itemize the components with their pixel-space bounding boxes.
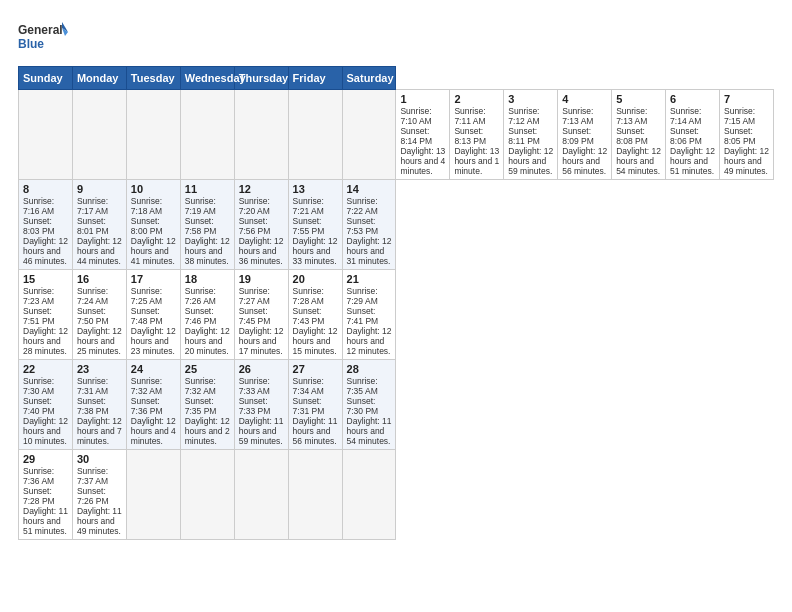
- sunset: Sunset: 7:36 PM: [131, 396, 163, 416]
- calendar-cell: 8 Sunrise: 7:16 AM Sunset: 8:03 PM Dayli…: [19, 180, 73, 270]
- sunset: Sunset: 8:09 PM: [562, 126, 594, 146]
- sunset: Sunset: 8:13 PM: [454, 126, 486, 146]
- calendar-week-row: 8 Sunrise: 7:16 AM Sunset: 8:03 PM Dayli…: [19, 180, 774, 270]
- sunrise: Sunrise: 7:12 AM: [508, 106, 539, 126]
- daylight: Daylight: 11 hours and 59 minutes.: [239, 416, 284, 446]
- daylight: Daylight: 12 hours and 23 minutes.: [131, 326, 176, 356]
- daylight: Daylight: 11 hours and 56 minutes.: [293, 416, 338, 446]
- sunset: Sunset: 7:35 PM: [185, 396, 217, 416]
- sunset: Sunset: 7:43 PM: [293, 306, 325, 326]
- daylight: Daylight: 12 hours and 7 minutes.: [77, 416, 122, 446]
- sunset: Sunset: 7:46 PM: [185, 306, 217, 326]
- calendar-cell: 19 Sunrise: 7:27 AM Sunset: 7:45 PM Dayl…: [234, 270, 288, 360]
- calendar-cell: 23 Sunrise: 7:31 AM Sunset: 7:38 PM Dayl…: [72, 360, 126, 450]
- sunrise: Sunrise: 7:18 AM: [131, 196, 162, 216]
- weekday-header: Saturday: [342, 67, 396, 90]
- weekday-header: Sunday: [19, 67, 73, 90]
- calendar-cell: [19, 90, 73, 180]
- sunset: Sunset: 7:40 PM: [23, 396, 55, 416]
- sunrise: Sunrise: 7:13 AM: [616, 106, 647, 126]
- calendar-cell: 29 Sunrise: 7:36 AM Sunset: 7:28 PM Dayl…: [19, 450, 73, 540]
- daylight: Daylight: 12 hours and 31 minutes.: [347, 236, 392, 266]
- calendar-cell: 11 Sunrise: 7:19 AM Sunset: 7:58 PM Dayl…: [180, 180, 234, 270]
- calendar-cell: 4 Sunrise: 7:13 AM Sunset: 8:09 PM Dayli…: [558, 90, 612, 180]
- sunrise: Sunrise: 7:37 AM: [77, 466, 108, 486]
- sunrise: Sunrise: 7:15 AM: [724, 106, 755, 126]
- calendar-cell: [342, 90, 396, 180]
- sunrise: Sunrise: 7:20 AM: [239, 196, 270, 216]
- calendar-cell: [234, 450, 288, 540]
- daylight: Daylight: 11 hours and 49 minutes.: [77, 506, 122, 536]
- day-number: 5: [616, 93, 661, 105]
- sunset: Sunset: 7:28 PM: [23, 486, 55, 506]
- calendar-cell: [288, 450, 342, 540]
- sunset: Sunset: 8:08 PM: [616, 126, 648, 146]
- daylight: Daylight: 12 hours and 38 minutes.: [185, 236, 230, 266]
- sunrise: Sunrise: 7:35 AM: [347, 376, 378, 396]
- daylight: Daylight: 12 hours and 49 minutes.: [724, 146, 769, 176]
- calendar-cell: 21 Sunrise: 7:29 AM Sunset: 7:41 PM Dayl…: [342, 270, 396, 360]
- sunrise: Sunrise: 7:36 AM: [23, 466, 54, 486]
- sunset: Sunset: 7:30 PM: [347, 396, 379, 416]
- sunset: Sunset: 7:38 PM: [77, 396, 109, 416]
- calendar-cell: 15 Sunrise: 7:23 AM Sunset: 7:51 PM Dayl…: [19, 270, 73, 360]
- sunrise: Sunrise: 7:27 AM: [239, 286, 270, 306]
- sunrise: Sunrise: 7:26 AM: [185, 286, 216, 306]
- sunset: Sunset: 7:48 PM: [131, 306, 163, 326]
- calendar-cell: [288, 90, 342, 180]
- sunrise: Sunrise: 7:16 AM: [23, 196, 54, 216]
- calendar-week-row: 22 Sunrise: 7:30 AM Sunset: 7:40 PM Dayl…: [19, 360, 774, 450]
- daylight: Daylight: 13 hours and 4 minutes.: [400, 146, 445, 176]
- calendar-page: General Blue SundayMondayTuesdayWednesda…: [0, 0, 792, 612]
- sunrise: Sunrise: 7:28 AM: [293, 286, 324, 306]
- sunrise: Sunrise: 7:11 AM: [454, 106, 485, 126]
- daylight: Daylight: 12 hours and 46 minutes.: [23, 236, 68, 266]
- day-number: 9: [77, 183, 122, 195]
- day-number: 1: [400, 93, 445, 105]
- sunrise: Sunrise: 7:32 AM: [185, 376, 216, 396]
- sunset: Sunset: 7:26 PM: [77, 486, 109, 506]
- day-number: 17: [131, 273, 176, 285]
- day-number: 28: [347, 363, 392, 375]
- day-number: 18: [185, 273, 230, 285]
- calendar-cell: 2 Sunrise: 7:11 AM Sunset: 8:13 PM Dayli…: [450, 90, 504, 180]
- calendar-cell: 16 Sunrise: 7:24 AM Sunset: 7:50 PM Dayl…: [72, 270, 126, 360]
- sunrise: Sunrise: 7:21 AM: [293, 196, 324, 216]
- day-number: 15: [23, 273, 68, 285]
- calendar-cell: 30 Sunrise: 7:37 AM Sunset: 7:26 PM Dayl…: [72, 450, 126, 540]
- svg-text:Blue: Blue: [18, 37, 44, 51]
- daylight: Daylight: 12 hours and 41 minutes.: [131, 236, 176, 266]
- daylight: Daylight: 12 hours and 59 minutes.: [508, 146, 553, 176]
- day-number: 26: [239, 363, 284, 375]
- weekday-header-row: SundayMondayTuesdayWednesdayThursdayFrid…: [19, 67, 774, 90]
- sunset: Sunset: 7:31 PM: [293, 396, 325, 416]
- sunrise: Sunrise: 7:32 AM: [131, 376, 162, 396]
- day-number: 8: [23, 183, 68, 195]
- daylight: Daylight: 12 hours and 44 minutes.: [77, 236, 122, 266]
- day-number: 30: [77, 453, 122, 465]
- daylight: Daylight: 12 hours and 54 minutes.: [616, 146, 661, 176]
- day-number: 29: [23, 453, 68, 465]
- sunrise: Sunrise: 7:17 AM: [77, 196, 108, 216]
- sunrise: Sunrise: 7:10 AM: [400, 106, 431, 126]
- sunrise: Sunrise: 7:13 AM: [562, 106, 593, 126]
- sunset: Sunset: 8:01 PM: [77, 216, 109, 236]
- calendar-cell: 3 Sunrise: 7:12 AM Sunset: 8:11 PM Dayli…: [504, 90, 558, 180]
- calendar-cell: 5 Sunrise: 7:13 AM Sunset: 8:08 PM Dayli…: [612, 90, 666, 180]
- day-number: 7: [724, 93, 769, 105]
- day-number: 27: [293, 363, 338, 375]
- logo-svg: General Blue: [18, 18, 68, 56]
- daylight: Daylight: 12 hours and 4 minutes.: [131, 416, 176, 446]
- sunset: Sunset: 7:50 PM: [77, 306, 109, 326]
- sunrise: Sunrise: 7:22 AM: [347, 196, 378, 216]
- calendar-cell: 13 Sunrise: 7:21 AM Sunset: 7:55 PM Dayl…: [288, 180, 342, 270]
- sunset: Sunset: 8:00 PM: [131, 216, 163, 236]
- sunrise: Sunrise: 7:25 AM: [131, 286, 162, 306]
- sunset: Sunset: 7:41 PM: [347, 306, 379, 326]
- calendar-cell: 18 Sunrise: 7:26 AM Sunset: 7:46 PM Dayl…: [180, 270, 234, 360]
- day-number: 25: [185, 363, 230, 375]
- daylight: Daylight: 12 hours and 56 minutes.: [562, 146, 607, 176]
- daylight: Daylight: 12 hours and 2 minutes.: [185, 416, 230, 446]
- day-number: 4: [562, 93, 607, 105]
- sunset: Sunset: 8:11 PM: [508, 126, 540, 146]
